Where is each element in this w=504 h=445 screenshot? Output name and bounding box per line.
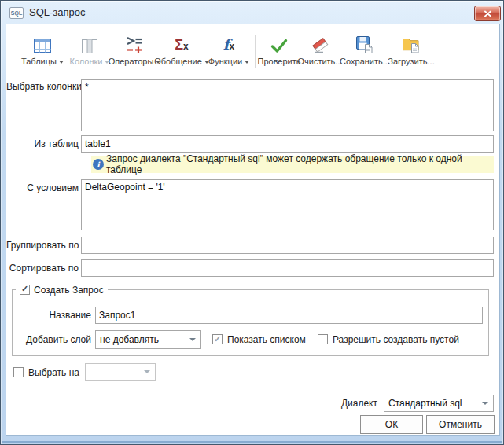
- dropdown-arrow-icon: [482, 402, 488, 405]
- table-icon: [19, 32, 66, 54]
- title-bar[interactable]: SQL SQL-запрос: [1, 1, 503, 24]
- toolbar-button-clear[interactable]: Очистить...: [296, 32, 344, 73]
- ok-button[interactable]: ОК: [360, 415, 423, 434]
- dropdown-arrow-icon: [189, 338, 196, 341]
- show-as-list-checkbox[interactable]: ✓: [212, 334, 223, 344]
- add-layer-value: не добавлять: [100, 334, 159, 345]
- cancel-button[interactable]: Отменить: [426, 415, 495, 434]
- create-query-label[interactable]: Создать Запрос: [34, 285, 104, 296]
- sigma-icon: Σx: [154, 32, 209, 54]
- columns-icon: [68, 32, 112, 54]
- create-query-checkbox-box[interactable]: ✓: [20, 285, 30, 295]
- toolbar-button-tables-label: Таблицы: [21, 57, 57, 66]
- info-bar: i Запрос диалекта "Стандартный sql" може…: [91, 156, 494, 173]
- window-title: SQL-запрос: [29, 1, 86, 24]
- group-by-input[interactable]: [81, 237, 494, 254]
- toolbar-button-functions[interactable]: fx Функции: [205, 32, 252, 73]
- toolbar-button-operators[interactable]: Операторы: [108, 32, 161, 73]
- toolbar-button-functions-label: Функции: [208, 57, 242, 66]
- checkmark-icon: ✓: [214, 334, 221, 344]
- from-tables-input[interactable]: [81, 135, 494, 153]
- from-tables-label: Из таблиц: [6, 138, 79, 150]
- dialect-value: Стандартный sql: [388, 398, 462, 409]
- folder-icon: [384, 32, 438, 54]
- toolbar-button-clear-label: Очистить...: [296, 57, 344, 66]
- select-on-checkbox[interactable]: [13, 367, 24, 377]
- add-layer-label: Добавить слой: [22, 334, 91, 346]
- dropdown-arrow-icon: [144, 370, 150, 373]
- query-name-label: Название: [22, 310, 91, 322]
- toolbar-button-load-label: Загрузить...: [384, 57, 438, 66]
- order-by-input[interactable]: [81, 259, 494, 277]
- info-icon: i: [93, 159, 104, 170]
- where-label: С условием: [6, 182, 79, 194]
- toolbar-button-tables[interactable]: Таблицы: [19, 32, 66, 73]
- info-message: Запрос диалекта "Стандартный sql" может …: [106, 153, 494, 175]
- query-name-input[interactable]: [95, 307, 483, 324]
- toolbar-button-columns-label: Колонки: [70, 57, 103, 66]
- operators-icon: [108, 32, 161, 54]
- select-columns-textarea[interactable]: *: [81, 79, 494, 131]
- toolbar-button-save[interactable]: Сохранить...: [338, 32, 392, 73]
- save-icon: [338, 32, 392, 54]
- select-on-label[interactable]: Выбрать на: [28, 367, 79, 379]
- divider: [9, 388, 494, 388]
- app-icon: SQL: [9, 7, 24, 19]
- toolbar-button-save-label: Сохранить...: [338, 57, 392, 66]
- dialect-label: Диалект: [305, 398, 377, 410]
- close-button[interactable]: [474, 6, 501, 21]
- allow-empty-label[interactable]: Разрешить создавать пустой: [333, 334, 459, 346]
- show-as-list-label[interactable]: Показать списком: [227, 334, 306, 346]
- eraser-icon: [296, 32, 344, 54]
- toolbar-button-load[interactable]: Загрузить...: [384, 32, 438, 73]
- checkmark-icon: ✓: [21, 284, 28, 293]
- create-query-checkbox[interactable]: ✓ Создать Запрос: [16, 284, 108, 296]
- window: SQL SQL-запрос Таблицы: [0, 0, 504, 445]
- add-layer-combobox[interactable]: не добавлять: [95, 330, 201, 349]
- select-columns-label: Выбрать колонки: [6, 81, 79, 93]
- close-icon: [484, 10, 492, 17]
- dialog-body: Таблицы Колонки: [6, 24, 499, 435]
- chevron-down-icon: [59, 61, 64, 64]
- allow-empty-checkbox[interactable]: [318, 334, 328, 344]
- toolbar-button-operators-label: Операторы: [109, 57, 154, 66]
- group-by-label: Группировать по: [6, 240, 79, 252]
- toolbar-separator: [255, 35, 256, 68]
- fx-icon: fx: [205, 32, 252, 54]
- where-textarea[interactable]: DeltaGeopoint = '1': [81, 179, 494, 230]
- select-on-combobox: [85, 363, 156, 381]
- toolbar-button-columns: Колонки: [68, 32, 112, 73]
- order-by-label: Сортировать по: [6, 263, 79, 274]
- dialect-combobox[interactable]: Стандартный sql: [384, 395, 494, 412]
- toolbar-button-aggregate[interactable]: Σx Обобщение: [154, 32, 209, 73]
- toolbar-button-aggregate-label: Обобщение: [154, 57, 202, 66]
- chevron-down-icon: [245, 61, 249, 64]
